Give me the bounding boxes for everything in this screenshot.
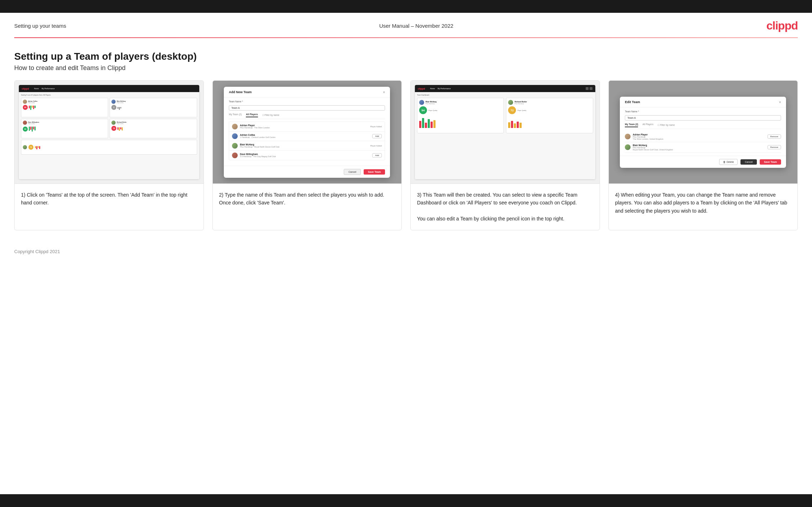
player-card-2: Blair McHarg Player Quality 0 xyxy=(110,98,197,117)
player-sub-3: Player Quality xyxy=(28,123,39,124)
team-big-score-1: 94 xyxy=(419,106,427,114)
player-header-1: Adrian Coliba Player Quality xyxy=(23,100,106,104)
bottom-bar xyxy=(0,494,812,507)
t-bar xyxy=(428,119,430,128)
screen3-content: Team Dashboard Blair McHarg Plus Handica… xyxy=(415,92,595,179)
t-bar xyxy=(514,123,516,128)
card-2: Add New Team × Team Name * My Team (2) A… xyxy=(212,80,402,230)
modal-tab-filter: ☐ Filter by name xyxy=(262,113,279,117)
modal-team-name-input[interactable] xyxy=(229,105,385,111)
cards-container: clippd Home My Performance Seeing 5 out … xyxy=(0,80,812,245)
modal-body: Team Name * My Team (2) All Players ☐ Fi… xyxy=(224,97,390,166)
remove-button-1[interactable]: Remove xyxy=(768,134,781,139)
modal-add-btn-2[interactable]: Add xyxy=(372,134,382,138)
bars-1 xyxy=(29,106,36,110)
modal-player-name-4: Dave Billingham xyxy=(240,153,370,155)
bar xyxy=(35,106,36,108)
modal-player-status-1: Player Added xyxy=(370,126,382,128)
screen1-content: Seeing 5 out of 4 players from: All Play… xyxy=(19,92,199,179)
card-3: clippd Home My Performance Team Dashboar… xyxy=(410,80,600,230)
score-badge-1: 84 xyxy=(23,105,28,110)
save-team-button-4[interactable]: Save Team xyxy=(760,159,781,165)
modal-tab-allplayers[interactable]: All Players xyxy=(246,113,258,117)
avatar-4 xyxy=(111,121,116,125)
team-score-card-1: Blair McHarg Plus Handicap 94 Player Qua… xyxy=(417,98,504,133)
avatar-3 xyxy=(23,121,27,125)
filter-label: Filter by name xyxy=(265,114,279,116)
team-big-score-2: 72 xyxy=(508,106,516,114)
team-score-header-1: Blair McHarg Plus Handicap xyxy=(419,100,502,105)
modal4-tab-myteam[interactable]: My Team (2) xyxy=(625,123,638,127)
modal-player-row-3: Blair McHarg Plus Handicap · Royal North… xyxy=(229,141,385,151)
header: Setting up your teams User Manual – Nove… xyxy=(0,13,812,37)
t-bar xyxy=(517,122,519,128)
modal4-tab-filter: ☐ Filter by name xyxy=(658,123,675,127)
modal-avatar-4 xyxy=(232,153,238,158)
player-sub-2: Player Quality xyxy=(117,102,126,103)
team-score-row-2: 72 Player Quality xyxy=(508,106,591,114)
save-team-button[interactable]: Save Team xyxy=(364,169,385,175)
modal-title: Add New Team xyxy=(229,90,252,94)
bar xyxy=(33,106,34,109)
edit-team-modal: Edit Team × Team Name * My Team (2) All … xyxy=(620,97,786,168)
modal-avatar-2 xyxy=(232,133,238,139)
modal-player-status-3: Player Added xyxy=(370,145,382,147)
header-center-text: User Manual – November 2022 xyxy=(379,23,453,29)
screen1-window: clippd Home My Performance Seeing 5 out … xyxy=(19,85,199,179)
delete-button[interactable]: 🗑 Delete xyxy=(719,159,738,165)
screen3-action-icon2 xyxy=(590,87,592,90)
bar xyxy=(36,146,37,149)
modal-player-info-4: Dave Billingham 3.5 Handicap · The Gog M… xyxy=(240,153,370,158)
modal-avatar-1 xyxy=(232,124,238,129)
card-1-screenshot: clippd Home My Performance Seeing 5 out … xyxy=(15,81,204,184)
avatar-bottom xyxy=(23,145,27,149)
modal-tabs: My Team (2) All Players ☐ Filter by name xyxy=(229,113,385,119)
card-3-text: 3) This Team will then be created. You c… xyxy=(411,184,600,230)
screen3-nav-home: Home xyxy=(430,87,435,90)
team-player-name-2: Richard Butler xyxy=(515,101,527,103)
modal-tab-myteam[interactable]: My Team (2) xyxy=(229,113,242,117)
t-bar xyxy=(511,121,513,128)
remove-button-2[interactable]: Remove xyxy=(768,145,781,149)
cancel-button-4[interactable]: Cancel xyxy=(740,159,757,165)
modal-close-icon[interactable]: × xyxy=(383,90,385,94)
score-badge-4: 78 xyxy=(111,126,116,131)
t-bar xyxy=(433,120,436,128)
modal4-player-row-2: Blair McHarg Plus Handicap Royal North D… xyxy=(625,142,781,153)
player-card-4: Richard Butler Player Quality 78 xyxy=(110,119,197,138)
modal-team-name-label: Team Name * xyxy=(229,100,385,103)
modal-avatar-3 xyxy=(232,143,238,149)
t-bar xyxy=(508,122,510,128)
modal4-close-icon[interactable]: × xyxy=(779,100,781,104)
modal-header: Add New Team × xyxy=(224,87,390,97)
bar xyxy=(30,106,31,110)
bar xyxy=(33,127,34,129)
modal-add-btn-4[interactable]: Add xyxy=(372,153,382,158)
bar xyxy=(32,106,33,108)
player-card-bottom: 72 xyxy=(21,140,197,155)
screen3-logo: clippd xyxy=(418,87,425,90)
card-4: Edit Team × Team Name * My Team (2) All … xyxy=(608,80,798,230)
modal-player-row-4: Dave Billingham 3.5 Handicap · The Gog M… xyxy=(229,151,385,160)
bar xyxy=(32,127,33,132)
player-name-4: Richard Butler xyxy=(117,121,127,123)
modal-player-name-3: Blair McHarg xyxy=(240,143,368,146)
team-player-club-1: Plus Handicap xyxy=(426,103,437,105)
card-3-text-p2: You can also edit a Team by clicking the… xyxy=(417,215,593,223)
header-left-text: Setting up your teams xyxy=(14,23,66,29)
team-bars-2 xyxy=(508,116,591,128)
modal4-team-name-input[interactable] xyxy=(625,115,781,121)
bars-bottom xyxy=(35,146,40,149)
modal4-player-info-2: Blair McHarg Plus Handicap Royal North D… xyxy=(633,144,765,151)
modal4-tab-allplayers[interactable]: All Players xyxy=(642,123,653,127)
modal4-header: Edit Team × xyxy=(620,97,786,107)
modal4-label: Team Name * xyxy=(625,110,781,113)
modal4-player-location-2: Royal North Devon Golf Club, United King… xyxy=(633,149,765,151)
delete-label: Delete xyxy=(727,161,734,163)
card-2-screenshot: Add New Team × Team Name * My Team (2) A… xyxy=(213,81,402,184)
player-name-3: Dave Billingham xyxy=(28,121,39,123)
modal4-body: Team Name * My Team (2) All Players ☐ Fi… xyxy=(620,107,786,156)
cancel-button[interactable]: Cancel xyxy=(344,169,361,175)
bar xyxy=(35,127,36,130)
card-2-text: 2) Type the name of this Team and then s… xyxy=(213,184,402,230)
